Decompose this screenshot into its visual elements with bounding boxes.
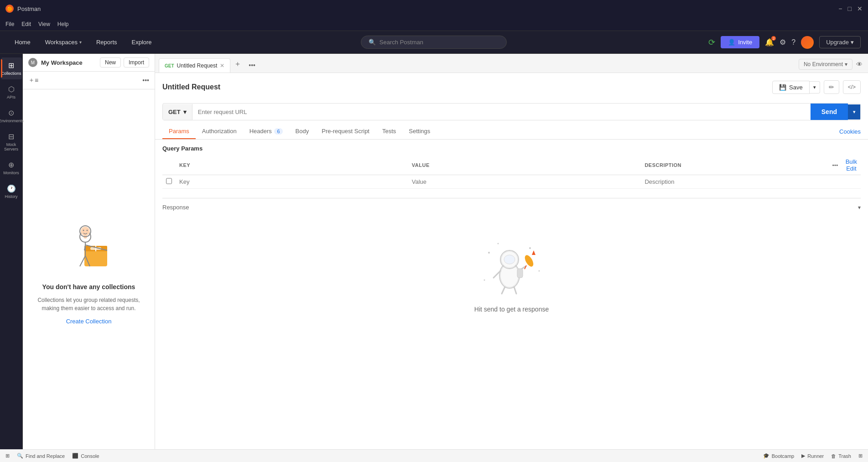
add-collection-button[interactable]: ＋ — [28, 76, 35, 84]
save-main-button[interactable]: 💾 Save — [772, 81, 810, 94]
value-input[interactable] — [412, 178, 638, 185]
tab-headers[interactable]: Headers 6 — [243, 124, 289, 139]
maximize-button[interactable]: □ — [848, 5, 852, 12]
invite-icon: 👤 — [728, 39, 735, 46]
method-label: GET — [168, 109, 181, 115]
tab-body[interactable]: Body — [289, 124, 316, 139]
sidebar-item-mock-servers[interactable]: ⊟ Mock Servers — [1, 129, 22, 155]
nav-home[interactable]: Home — [7, 31, 38, 54]
help-button[interactable]: ? — [791, 38, 795, 47]
sync-icon-button[interactable]: ⟳ — [708, 37, 715, 47]
nav-reports[interactable]: Reports — [89, 31, 125, 54]
tab-settings[interactable]: Settings — [402, 124, 437, 139]
layout-toggle-button[interactable]: ⊞ — [5, 453, 10, 459]
add-tab-button[interactable]: ＋ — [230, 56, 245, 73]
response-header[interactable]: Response ▾ — [162, 198, 861, 216]
empty-state: You don't have any collections Collectio… — [23, 89, 155, 449]
svg-point-29 — [529, 247, 531, 249]
bootcamp-button[interactable]: 🎓 Bootcamp — [763, 453, 795, 459]
key-input[interactable] — [179, 178, 405, 185]
edit-button[interactable]: ✏ — [824, 80, 839, 94]
sidebar-item-environments[interactable]: ⊙ Environments — [1, 105, 22, 127]
svg-line-26 — [514, 287, 516, 294]
collections-icon: ⊞ — [8, 61, 14, 70]
topnav-right: ⟳ 👤 Invite 🔔 2 ⚙ ? Upgrade ▾ — [708, 36, 861, 49]
workspaces-chevron-icon: ▾ — [79, 40, 82, 45]
filter-button[interactable]: ≡ — [35, 77, 38, 84]
search-box[interactable]: 🔍 Search Postman — [361, 36, 507, 49]
desc-input[interactable] — [645, 178, 825, 185]
panel-toolbar: ＋ ≡ ••• — [23, 72, 155, 89]
main-layout: ⊞ Collections ⬡ APIs ⊙ Environments ⊟ Mo… — [0, 54, 868, 449]
minimize-button[interactable]: − — [838, 5, 842, 12]
send-button-group: Send ▾ — [811, 104, 860, 120]
create-collection-link[interactable]: Create Collection — [66, 318, 112, 325]
bottom-right: 🎓 Bootcamp ▶ Runner 🗑 Trash ⊞ — [763, 453, 863, 459]
request-area: GET Untitled Request ✕ ＋ ••• No Environm… — [155, 54, 868, 449]
row-checkbox[interactable] — [166, 178, 172, 184]
method-select[interactable]: GET ▾ — [163, 104, 192, 120]
svg-point-19 — [504, 255, 515, 264]
avatar[interactable] — [801, 36, 814, 49]
menu-file[interactable]: File — [5, 21, 14, 27]
find-replace-button[interactable]: 🔍 Find and Replace — [17, 453, 65, 459]
tab-params[interactable]: Params — [162, 124, 196, 139]
svg-point-32 — [497, 243, 499, 244]
runner-button[interactable]: ▶ Runner — [801, 453, 824, 459]
tab-authorization[interactable]: Authorization — [196, 124, 243, 139]
send-button[interactable]: Send — [811, 104, 848, 120]
menu-view[interactable]: View — [38, 21, 50, 27]
save-caret-button[interactable]: ▾ — [810, 81, 820, 93]
apis-icon: ⬡ — [8, 85, 15, 93]
collections-panel: M My Workspace New Import ＋ ≡ ••• — [23, 54, 155, 449]
svg-line-25 — [502, 287, 505, 294]
workspace-name: My Workspace — [41, 59, 83, 66]
nav-workspaces[interactable]: Workspaces ▾ — [38, 31, 89, 54]
sidebar-item-collections[interactable]: ⊞ Collections — [1, 57, 22, 79]
trash-button[interactable]: 🗑 Trash — [831, 453, 851, 459]
settings-button[interactable]: ⚙ — [780, 38, 786, 47]
tab-more-button[interactable]: ••• — [245, 58, 259, 73]
tab-tests[interactable]: Tests — [376, 124, 402, 139]
row-more-cell — [829, 175, 842, 189]
sidebar-item-apis[interactable]: ⬡ APIs — [1, 81, 22, 103]
tab-pre-request[interactable]: Pre-request Script — [315, 124, 376, 139]
sidebar-item-history[interactable]: 🕐 History — [1, 181, 22, 202]
svg-point-22 — [523, 254, 535, 268]
response-empty-state: Hit send to get a response — [162, 216, 861, 331]
svg-marker-23 — [532, 250, 535, 255]
request-actions: 💾 Save ▾ ✏ </> — [772, 80, 861, 94]
env-label: No Environment — [804, 61, 843, 67]
icon-rail: ⊞ Collections ⬡ APIs ⊙ Environments ⊟ Mo… — [0, 54, 23, 449]
env-dropdown[interactable]: No Environment ▾ — [799, 59, 852, 70]
new-button[interactable]: New — [100, 57, 121, 67]
console-button[interactable]: ⬛ Console — [72, 453, 99, 459]
method-chevron-icon: ▾ — [183, 109, 187, 115]
grid-view-button[interactable]: ⊞ — [858, 453, 863, 459]
send-caret-button[interactable]: ▾ — [848, 104, 860, 119]
env-selector: No Environment ▾ 👁 — [799, 59, 868, 73]
close-button[interactable]: ✕ — [857, 5, 863, 12]
url-input[interactable] — [192, 104, 811, 120]
invite-button[interactable]: 👤 Invite — [721, 36, 759, 48]
menu-edit[interactable]: Edit — [21, 21, 31, 27]
bulk-edit-button[interactable]: Bulk Edit — [846, 158, 857, 172]
headers-badge: 6 — [274, 128, 282, 135]
upgrade-button[interactable]: Upgrade ▾ — [819, 36, 861, 48]
request-tab-active[interactable]: GET Untitled Request ✕ — [159, 58, 230, 73]
sidebar-item-monitors[interactable]: ⊕ Monitors — [1, 157, 22, 179]
menubar: File Edit View Help — [0, 17, 868, 31]
cookies-link[interactable]: Cookies — [839, 125, 861, 139]
url-bar: GET ▾ Send ▾ — [162, 103, 861, 120]
tab-close-button[interactable]: ✕ — [220, 62, 224, 69]
nav-explore[interactable]: Explore — [125, 31, 159, 54]
menu-help[interactable]: Help — [57, 21, 69, 27]
panel-more-button[interactable]: ••• — [142, 77, 149, 84]
request-title: Untitled Request — [162, 83, 220, 91]
env-eye-button[interactable]: 👁 — [856, 61, 863, 68]
code-button[interactable]: </> — [843, 80, 861, 94]
titlebar-left: 🟠 Postman — [5, 5, 41, 13]
import-button[interactable]: Import — [124, 57, 149, 67]
notification-button[interactable]: 🔔 2 — [765, 38, 774, 47]
bootcamp-icon: 🎓 — [763, 453, 769, 459]
